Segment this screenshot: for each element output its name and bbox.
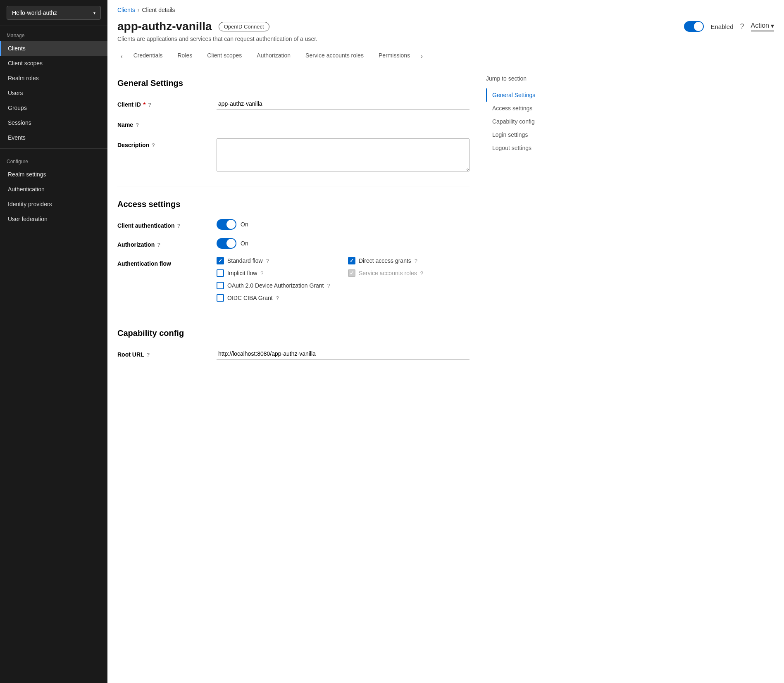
client-id-value xyxy=(217,98,469,110)
sidebar-item-events[interactable]: Events xyxy=(0,130,107,145)
checkbox-item-service-accounts: Service accounts roles ? xyxy=(348,269,469,277)
checkbox-item-oauth-device: OAuth 2.0 Device Authorization Grant ? xyxy=(217,282,338,289)
description-value xyxy=(217,138,469,173)
openid-connect-badge: OpenID Connect xyxy=(219,22,269,31)
tab-permissions[interactable]: Permissions xyxy=(371,47,417,65)
sidebar-item-client-scopes[interactable]: Client scopes xyxy=(0,56,107,71)
service-accounts-checkbox xyxy=(348,269,355,277)
implicit-flow-checkbox[interactable] xyxy=(217,269,224,277)
sidebar-item-identity-providers[interactable]: Identity providers xyxy=(0,197,107,212)
client-id-label: Client ID * ? xyxy=(117,98,217,108)
chevron-down-icon: ▾ xyxy=(93,11,95,15)
sidebar-section-configure: Configure Realm settings Authentication … xyxy=(0,152,107,226)
description-input[interactable] xyxy=(217,138,469,171)
name-input[interactable] xyxy=(217,118,469,130)
direct-access-help-icon[interactable]: ? xyxy=(415,258,417,264)
client-auth-toggle[interactable] xyxy=(217,219,236,230)
name-label: Name ? xyxy=(117,118,217,128)
enabled-toggle[interactable] xyxy=(684,21,704,32)
authorization-label: Authorization ? xyxy=(117,238,217,248)
content-area: General Settings Client ID * ? Name ? xyxy=(107,65,784,378)
form-section: General Settings Client ID * ? Name ? xyxy=(107,65,479,378)
sidebar-item-realm-roles[interactable]: Realm roles xyxy=(0,71,107,86)
standard-flow-help-icon[interactable]: ? xyxy=(266,258,269,264)
client-auth-on-label: On xyxy=(241,221,248,228)
root-url-help-icon[interactable]: ? xyxy=(147,352,150,358)
standard-flow-checkbox[interactable] xyxy=(217,257,224,264)
authorization-help-icon[interactable]: ? xyxy=(157,242,160,248)
standard-flow-label: Standard flow xyxy=(227,257,263,264)
access-settings-heading: Access settings xyxy=(117,200,469,209)
help-icon[interactable]: ? xyxy=(740,22,744,31)
jump-link-login-settings[interactable]: Login settings xyxy=(486,128,555,141)
service-accounts-label: Service accounts roles xyxy=(359,270,417,276)
action-button[interactable]: Action ▾ xyxy=(751,22,774,31)
jump-link-general-settings[interactable]: General Settings xyxy=(486,88,555,102)
access-capability-divider xyxy=(117,315,469,315)
action-chevron-icon: ▾ xyxy=(771,22,774,30)
tab-service-accounts-roles[interactable]: Service accounts roles xyxy=(298,47,371,65)
jump-link-capability-config[interactable]: Capability config xyxy=(486,115,555,128)
service-accounts-help-icon[interactable]: ? xyxy=(420,270,423,276)
root-url-field: Root URL ? xyxy=(117,348,469,360)
client-authentication-value: On xyxy=(217,219,469,230)
authentication-flow-field: Authentication flow Standard flow ? xyxy=(117,257,469,302)
general-settings-section: General Settings Client ID * ? Name ? xyxy=(117,79,469,173)
sidebar-section-manage: Manage Clients Client scopes Realm roles… xyxy=(0,26,107,145)
authorization-toggle[interactable] xyxy=(217,238,236,249)
sidebar-item-users[interactable]: Users xyxy=(0,86,107,100)
direct-access-checkbox[interactable] xyxy=(348,257,355,264)
sidebar-item-authentication[interactable]: Authentication xyxy=(0,182,107,197)
breadcrumb-clients-link[interactable]: Clients xyxy=(117,7,135,13)
access-settings-section: Access settings Client authentication ? … xyxy=(117,200,469,302)
tab-prev-button[interactable]: ‹ xyxy=(117,48,126,64)
implicit-flow-label: Implicit flow xyxy=(227,270,257,276)
jump-link-access-settings[interactable]: Access settings xyxy=(486,102,555,115)
description-label: Description ? xyxy=(117,138,217,148)
client-auth-toggle-field: On xyxy=(217,219,469,230)
oidc-ciba-label: OIDC CIBA Grant xyxy=(227,295,273,301)
sidebar: Hello-world-authz ▾ Manage Clients Clien… xyxy=(0,0,107,683)
client-id-input[interactable] xyxy=(217,98,469,110)
client-authentication-label: Client authentication ? xyxy=(117,219,217,229)
sidebar-item-sessions[interactable]: Sessions xyxy=(0,115,107,130)
tab-credentials[interactable]: Credentials xyxy=(126,47,170,65)
name-help-icon[interactable]: ? xyxy=(136,122,139,128)
sidebar-item-realm-settings[interactable]: Realm settings xyxy=(0,167,107,182)
description-help-icon[interactable]: ? xyxy=(152,142,155,148)
realm-name: Hello-world-authz xyxy=(12,10,57,16)
tab-roles[interactable]: Roles xyxy=(170,47,200,65)
main-content: Clients › Client details app-authz-vanil… xyxy=(107,0,784,683)
oidc-ciba-help-icon[interactable]: ? xyxy=(276,295,279,301)
sidebar-item-clients[interactable]: Clients xyxy=(0,41,107,56)
manage-section-label: Manage xyxy=(0,26,107,41)
action-label: Action xyxy=(751,22,769,29)
client-auth-knob xyxy=(226,220,236,229)
client-id-help-icon[interactable]: ? xyxy=(148,102,151,108)
realm-selector-button[interactable]: Hello-world-authz ▾ xyxy=(7,6,101,20)
client-auth-help-icon[interactable]: ? xyxy=(177,223,180,229)
oidc-ciba-checkbox[interactable] xyxy=(217,294,224,302)
root-url-value xyxy=(217,348,469,360)
tab-authorization[interactable]: Authorization xyxy=(249,47,298,65)
checkbox-item-direct-access: Direct access grants ? xyxy=(348,257,469,264)
jump-sidebar-title: Jump to section xyxy=(486,75,555,82)
oauth-device-help-icon[interactable]: ? xyxy=(327,283,330,289)
page-header: app-authz-vanilla OpenID Connect Enabled… xyxy=(107,17,784,33)
page-title: app-authz-vanilla xyxy=(117,20,212,33)
sidebar-item-user-federation[interactable]: User federation xyxy=(0,212,107,226)
capability-config-section: Capability config Root URL ? xyxy=(117,328,469,360)
jump-link-logout-settings[interactable]: Logout settings xyxy=(486,141,555,155)
tab-next-button[interactable]: › xyxy=(417,48,426,64)
checkbox-item-standard-flow: Standard flow ? xyxy=(217,257,338,264)
root-url-input[interactable] xyxy=(217,348,469,360)
client-id-field: Client ID * ? xyxy=(117,98,469,110)
oauth-device-checkbox[interactable] xyxy=(217,282,224,289)
general-access-divider xyxy=(117,186,469,186)
header-right: Enabled ? Action ▾ xyxy=(684,21,774,32)
checkbox-item-implicit-flow: Implicit flow ? xyxy=(217,269,338,277)
sidebar-item-groups[interactable]: Groups xyxy=(0,100,107,115)
implicit-flow-help-icon[interactable]: ? xyxy=(260,270,263,276)
tab-client-scopes[interactable]: Client scopes xyxy=(200,47,249,65)
name-field: Name ? xyxy=(117,118,469,130)
